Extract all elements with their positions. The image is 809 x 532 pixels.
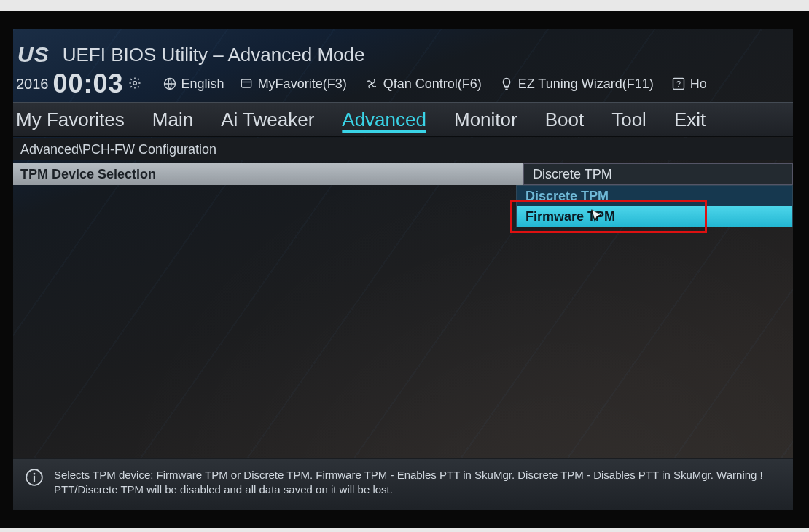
svg-rect-2 bbox=[241, 79, 251, 87]
svg-text:?: ? bbox=[676, 79, 681, 88]
ez-wizard-button[interactable]: EZ Tuning Wizard(F11) bbox=[499, 77, 654, 92]
svg-point-0 bbox=[133, 81, 136, 85]
tpm-dropdown-value: Discrete TPM bbox=[533, 167, 612, 182]
tab-tool[interactable]: Tool bbox=[611, 109, 646, 131]
app-title: UEFI BIOS Utility – Advanced Mode bbox=[63, 44, 365, 66]
myfavorite-label: MyFavorite(F3) bbox=[258, 77, 347, 92]
help-label: Ho bbox=[690, 77, 707, 92]
content-pane bbox=[13, 185, 793, 459]
setting-label: TPM Device Selection bbox=[13, 167, 156, 182]
main-tabs: My Favorites Main Ai Tweaker Advanced Mo… bbox=[13, 102, 793, 137]
help-icon: ? bbox=[671, 77, 686, 91]
clock-time: 00:03 bbox=[53, 69, 124, 99]
qfan-label: Qfan Control(F6) bbox=[383, 77, 482, 92]
info-bar: Selects TPM device: Firmware TPM or Disc… bbox=[13, 458, 793, 511]
tpm-dropdown[interactable]: Discrete TPM bbox=[523, 163, 793, 185]
qfan-button[interactable]: Qfan Control(F6) bbox=[364, 77, 482, 92]
gear-icon[interactable] bbox=[128, 77, 141, 92]
tab-ai-tweaker[interactable]: Ai Tweaker bbox=[221, 109, 314, 131]
brand-logo: US bbox=[13, 42, 50, 67]
toolbar-divider bbox=[152, 74, 152, 93]
help-text: Selects TPM device: Firmware TPM or Disc… bbox=[54, 468, 781, 498]
ez-wizard-label: EZ Tuning Wizard(F11) bbox=[518, 77, 654, 92]
svg-point-6 bbox=[34, 472, 36, 474]
myfavorite-button[interactable]: MyFavorite(F3) bbox=[239, 77, 347, 92]
date-year: 2016 bbox=[13, 76, 49, 93]
title-bar: US UEFI BIOS Utility – Advanced Mode bbox=[13, 42, 364, 67]
svg-rect-7 bbox=[34, 475, 35, 482]
tab-exit[interactable]: Exit bbox=[674, 109, 706, 131]
globe-icon bbox=[163, 77, 177, 91]
breadcrumb: Advanced\PCH-FW Configuration bbox=[20, 142, 216, 157]
tab-main[interactable]: Main bbox=[152, 109, 193, 131]
top-toolbar: 2016 00:03 English MyFavorite(F3) Qfan C… bbox=[13, 70, 707, 98]
fan-icon bbox=[364, 77, 379, 91]
tab-boot[interactable]: Boot bbox=[545, 109, 585, 131]
bios-screen: US UEFI BIOS Utility – Advanced Mode 201… bbox=[13, 29, 793, 510]
help-button[interactable]: ? Ho bbox=[671, 77, 707, 92]
tab-monitor[interactable]: Monitor bbox=[454, 109, 517, 131]
language-label: English bbox=[181, 77, 224, 92]
tab-advanced[interactable]: Advanced bbox=[342, 109, 426, 131]
lightbulb-icon bbox=[499, 77, 514, 91]
breadcrumb-bar: Advanced\PCH-FW Configuration bbox=[13, 138, 793, 160]
info-icon bbox=[25, 468, 44, 498]
language-button[interactable]: English bbox=[163, 77, 224, 92]
tab-my-favorites[interactable]: My Favorites bbox=[16, 109, 125, 131]
favorite-icon bbox=[239, 77, 254, 91]
